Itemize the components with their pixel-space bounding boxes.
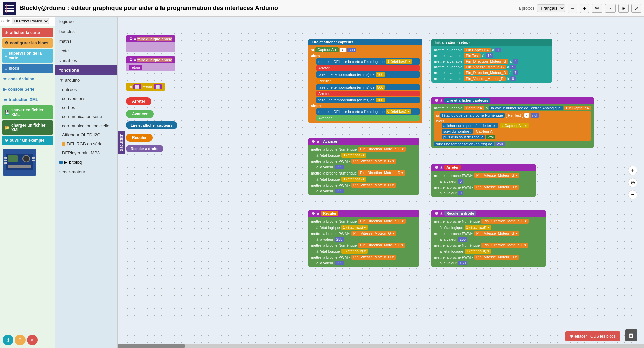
cat-logique[interactable]: logique (55, 17, 117, 27)
cat-texte[interactable]: texte (55, 46, 117, 56)
cat-dfplayer[interactable]: DFPlayer mini MP3 (55, 148, 117, 157)
tempo-500: faire une temporisation (en ms) de 500 (316, 84, 420, 90)
rec-etat-haut-d: à l'état logique 1 (état haut) ▾ (316, 249, 416, 254)
lc2-print-texte: afficher sur le port série le texte : « … (442, 123, 589, 128)
avancer-header: ⚙ à Avancer (308, 138, 419, 145)
av-broche-num-d: mettre la broche Numérique Pin_Direction… (311, 170, 416, 176)
scrollbar-thumb[interactable] (118, 344, 185, 348)
lire-capteurs2-header: ⚙ à Lire et afficher capteurs (431, 97, 594, 104)
arreter-block: ⚙ à Arreter mettre la broche PWM~ Pin_Vi… (431, 164, 536, 197)
lire-afficher-button[interactable]: Lire et afficher capteurs (126, 121, 177, 129)
arduino-arrow: ▼ (59, 78, 64, 83)
cat-boucles[interactable]: boucles (55, 27, 117, 36)
cat-arduino[interactable]: ▼ arduino (55, 75, 117, 85)
console-serie-button[interactable]: ▶ console Série (2, 85, 53, 94)
retour-pill: retour (129, 65, 142, 70)
av-broche-num-g: mettre la broche Numérique Pin_Direction… (311, 147, 416, 152)
rec-val-d: à la valeur 255 (316, 261, 416, 265)
var-direction-d: mettre la variable Pin_Direction_Moteur_… (434, 70, 550, 75)
close-button[interactable]: ✕ (27, 335, 38, 345)
lire-capteurs-header: Lire et afficher capteurs (308, 39, 422, 45)
func-faire2-block: ⚙ à faire quelque chose retour (126, 56, 175, 71)
rd-pwm-g: mettre la broche PWM~ Pin_Vitesse_Moteur… (434, 231, 543, 236)
del-state-haut: mettre la DEL sur la carte à l'état logi… (316, 58, 420, 65)
rd-broche-num-d: mettre la broche Numérique Pin_Direction… (434, 243, 543, 248)
sauver-xml-button[interactable]: 💾 sauver en fichier XML (2, 105, 53, 119)
cat-bitbloq[interactable]: ▶ bitbloq (55, 157, 117, 167)
arr-pwm-g: mettre la broche PWM~ Pin_Vitesse_Moteur… (434, 173, 533, 178)
zoom-out-button[interactable]: − (568, 4, 577, 13)
del-state-bas: mettre la DEL sur la carte à l'état logi… (316, 108, 420, 115)
ouvrir-exemple-button[interactable]: ⊙ ouvrir un exemple (2, 136, 53, 145)
func-faire1-body (126, 42, 175, 52)
rd-val-g: à la valeur 255 (440, 237, 543, 242)
traduction-tab[interactable]: traduction (118, 131, 125, 154)
av-etat-bas-g: à l'état logique 0 (état bas) ▾ (316, 153, 416, 158)
cat-maths[interactable]: maths (55, 36, 117, 46)
carte-select[interactable]: DFRobot RoMeo (12, 18, 49, 24)
avancer-body: mettre la broche Numérique Pin_Direction… (308, 145, 419, 195)
reculer-button[interactable]: Reculer (126, 134, 153, 142)
app-title: Blockly@rduino : éditeur graphique pour … (19, 5, 519, 12)
supervision-button[interactable]: ≡ supervision de la carte (2, 49, 53, 63)
rec-val-g: à la valeur 255 (316, 237, 416, 242)
svg-point-8 (23, 155, 30, 162)
func-faire2-label: à (134, 58, 136, 62)
code-arduino-button[interactable]: ✏ code Arduino (2, 74, 53, 84)
cat-fonctions[interactable]: fonctions (55, 65, 117, 75)
zoom-center-button[interactable]: ⊕ (628, 178, 637, 187)
charger-xml-button[interactable]: 📂 charger un fichier XML (2, 120, 53, 135)
more-button[interactable]: ⋮ (605, 4, 616, 13)
rec-broche-num-g: mettre la broche Numérique Pin_Direction… (311, 219, 416, 224)
cat-servo-moteur[interactable]: servo-moteur (55, 167, 117, 177)
trash-icon[interactable]: 🗑 (625, 329, 637, 341)
info-button[interactable]: ℹ (3, 335, 13, 345)
alors-reculer: Reculer (316, 78, 420, 84)
cat-conversions[interactable]: conversions (55, 94, 117, 103)
alors-label: alors (311, 53, 420, 58)
cat-comm-logicielle[interactable]: communication logicielle (55, 121, 117, 130)
lire-capteurs-main-block: Lire et afficher capteurs si Capteur A ▾… (308, 39, 422, 123)
svg-rect-4 (6, 4, 7, 13)
grid-button[interactable]: ⊞ (618, 4, 629, 13)
carte-row: carte DFRobot RoMeo (0, 17, 55, 26)
zoom-minus-button[interactable]: − (628, 190, 637, 199)
av-val-g: à la valeur 255 (316, 165, 416, 169)
var-vitesse-d: mettre la variable Pin_Vitesse_Moteur_D … (434, 76, 550, 81)
zoom-controls: + ⊕ − (628, 166, 637, 199)
rd-val-d: à la valeur 150 (440, 261, 543, 265)
apropos-link[interactable]: à propos (519, 6, 535, 11)
fullscreen-button[interactable]: ⤢ (631, 4, 641, 13)
lc2-suivi-nombre: suivi du nombre : Capteur A (442, 129, 589, 134)
cat-sorties[interactable]: sorties (55, 103, 117, 112)
reculer-header: ⚙ à Reculer (308, 210, 419, 217)
reculer-droite-button[interactable]: Reculer a droite (126, 145, 163, 152)
clear-all-blocks-button[interactable]: ✱ effacer TOUS les blocs (565, 331, 620, 341)
cat-entrees[interactable]: entrées (55, 85, 117, 94)
cat-comm-serie[interactable]: communication série (55, 112, 117, 121)
cat-variables[interactable]: variables (55, 56, 117, 65)
blocs-button[interactable]: ⌂ blocs (2, 64, 53, 73)
configurer-blocs-button[interactable]: ⚙ configurer les blocs (2, 38, 53, 48)
alors-body: mettre la DEL sur la carte à l'état logi… (316, 58, 420, 103)
var-direction-g: mettre la variable Pin_Direction_Moteur_… (434, 59, 550, 64)
arreter-button[interactable]: Arreter (126, 97, 151, 105)
view-button[interactable]: 👁 (592, 4, 602, 13)
rd-pwm-d: mettre la broche PWM~ Pin_Vitesse_Moteur… (434, 255, 543, 260)
zoom-plus-button[interactable]: + (628, 166, 637, 175)
language-select[interactable]: Français English Español (537, 4, 565, 12)
workspace[interactable]: traduction ⚙ à faire quelque chose ⚙ à f… (118, 17, 644, 348)
av-pwm-g: mettre la broche PWM~ Pin_Vitesse_Moteur… (311, 159, 416, 164)
func-faire1-block: ⚙ à faire quelque chose (126, 35, 175, 52)
traduction-xml-button[interactable]: ☰ traduction XML (2, 95, 53, 104)
lc2-alors-body: afficher sur le port série le texte : « … (442, 123, 589, 139)
header-right: à propos Français English Español − + 👁 … (519, 4, 641, 13)
afficher-carte-button[interactable]: ⚠ afficher la carte (2, 28, 53, 37)
cat-afficheur-oled[interactable]: Afficheur OLED I2C (55, 130, 117, 139)
cat-del-rgb[interactable]: DEL RGB en série (55, 139, 117, 148)
zoom-in-button[interactable]: + (580, 4, 589, 13)
func-faire2-body: retour (126, 63, 175, 71)
help-button[interactable]: ? (15, 335, 26, 345)
horizontal-scrollbar[interactable] (118, 344, 644, 348)
avancer-button[interactable]: Avancer (126, 110, 154, 118)
